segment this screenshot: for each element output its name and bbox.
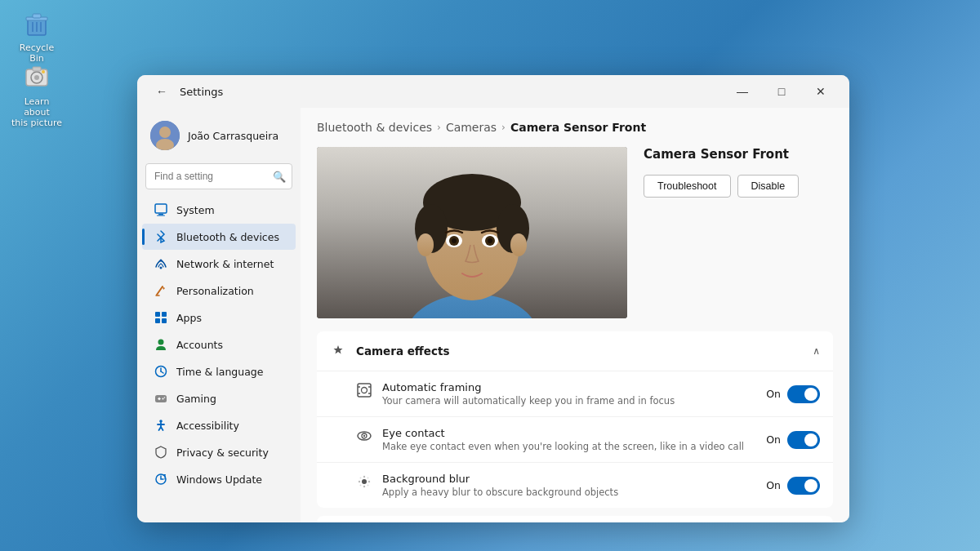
sidebar-item-accounts[interactable]: Accounts xyxy=(142,331,296,358)
eye-contact-name: Eye contact xyxy=(382,427,744,439)
breadcrumb-bluetooth[interactable]: Bluetooth & devices xyxy=(317,121,432,134)
svg-point-65 xyxy=(362,479,367,484)
camera-effects-section: Camera effects ∧ Automatic framing xyxy=(317,331,833,508)
sidebar-item-personalization[interactable]: Personalization xyxy=(142,278,296,304)
eye-contact-toggle[interactable] xyxy=(787,431,820,449)
auto-framing-toggle[interactable] xyxy=(787,385,820,403)
title-bar: ← Settings — □ ✕ xyxy=(137,75,849,108)
sidebar-item-privacy-label: Privacy & security xyxy=(176,447,269,459)
camera-info-panel: Camera Sensor Front Troubleshoot Disable xyxy=(644,147,833,318)
bg-blur-icon xyxy=(356,473,372,490)
eye-contact-toggle-right: On xyxy=(766,431,820,449)
svg-point-10 xyxy=(42,70,45,73)
sidebar: João Carrasqueira 🔍 System xyxy=(137,108,301,522)
sidebar-item-time[interactable]: Time & language xyxy=(142,358,296,384)
auto-framing-name: Automatic framing xyxy=(382,381,675,393)
svg-point-17 xyxy=(160,260,163,262)
search-box: 🔍 xyxy=(145,163,292,189)
learn-camera-icon[interactable]: Learn about this picture xyxy=(8,57,65,132)
minimize-button[interactable]: — xyxy=(724,78,761,104)
back-button[interactable]: ← xyxy=(150,80,173,103)
breadcrumb-cameras[interactable]: Cameras xyxy=(446,121,497,134)
sidebar-item-bluetooth[interactable]: Bluetooth & devices xyxy=(142,224,296,250)
sidebar-item-update-label: Windows Update xyxy=(176,473,262,486)
svg-rect-29 xyxy=(155,395,167,402)
svg-point-64 xyxy=(363,435,365,437)
camera-device-name: Camera Sensor Front xyxy=(644,147,833,162)
svg-rect-15 xyxy=(158,214,163,216)
auto-framing-icon xyxy=(356,382,372,398)
bg-blur-state: On xyxy=(766,479,781,491)
gaming-icon xyxy=(154,391,168,406)
svg-rect-16 xyxy=(157,216,165,216)
eye-contact-desc: Make eye contact even when you're lookin… xyxy=(382,441,744,452)
svg-rect-9 xyxy=(33,67,41,71)
sidebar-item-accounts-label: Accounts xyxy=(176,339,223,351)
window-body: João Carrasqueira 🔍 System xyxy=(137,108,849,522)
eye-contact-item: Eye contact Make eye contact even when y… xyxy=(317,416,833,462)
svg-point-73 xyxy=(368,485,369,487)
sidebar-item-system[interactable]: System xyxy=(142,197,296,223)
accessibility-icon xyxy=(154,418,168,433)
eye-contact-left: Eye contact Make eye contact even when y… xyxy=(356,427,744,452)
system-icon xyxy=(154,202,168,217)
window-title: Settings xyxy=(180,86,223,98)
sidebar-item-apps-label: Apps xyxy=(176,312,202,324)
sidebar-item-gaming[interactable]: Gaming xyxy=(142,385,296,411)
sidebar-item-system-label: System xyxy=(176,204,215,216)
auto-framing-text: Automatic framing Your camera will autom… xyxy=(382,381,675,407)
auto-framing-state: On xyxy=(766,388,781,400)
sidebar-item-network[interactable]: Network & internet xyxy=(142,251,296,277)
privacy-icon xyxy=(154,445,168,460)
window-controls: — □ ✕ xyxy=(724,78,840,104)
sidebar-item-accessibility[interactable]: Accessibility xyxy=(142,412,296,438)
close-button[interactable]: ✕ xyxy=(802,78,840,104)
troubleshoot-button[interactable]: Troubleshoot xyxy=(644,175,731,198)
svg-point-18 xyxy=(160,267,163,269)
camera-area: Camera Sensor Front Troubleshoot Disable xyxy=(317,147,833,318)
bg-blur-item: Background blur Apply a heavy blur to ob… xyxy=(317,462,833,508)
svg-line-38 xyxy=(161,427,163,430)
sidebar-item-personalization-label: Personalization xyxy=(176,285,254,297)
apps-icon xyxy=(154,310,168,325)
user-name: João Carrasqueira xyxy=(188,130,278,142)
sidebar-item-accessibility-label: Accessibility xyxy=(176,420,239,432)
bluetooth-icon xyxy=(154,229,168,244)
accounts-icon xyxy=(154,337,168,352)
search-icon: 🔍 xyxy=(273,171,286,183)
user-profile-section: João Carrasqueira xyxy=(137,114,301,163)
bg-blur-toggle-right: On xyxy=(766,477,820,495)
avatar xyxy=(150,121,180,150)
sidebar-item-apps[interactable]: Apps xyxy=(142,304,296,331)
svg-rect-23 xyxy=(155,318,160,323)
bg-blur-name: Background blur xyxy=(382,473,618,485)
basic-settings-header[interactable]: Basic settings ∧ xyxy=(317,516,833,522)
search-input[interactable] xyxy=(145,163,292,189)
bg-blur-text: Background blur Apply a heavy blur to ob… xyxy=(382,473,618,498)
sidebar-item-privacy[interactable]: Privacy & security xyxy=(142,439,296,465)
svg-point-12 xyxy=(159,127,171,138)
svg-rect-21 xyxy=(155,312,160,317)
svg-point-67 xyxy=(363,486,365,487)
toggle-knob xyxy=(804,433,817,447)
svg-point-71 xyxy=(368,478,369,479)
maximize-button[interactable]: □ xyxy=(763,78,800,104)
sidebar-item-time-label: Time & language xyxy=(176,366,263,378)
main-content: Bluetooth & devices › Cameras › Camera S… xyxy=(301,108,849,522)
breadcrumb-current: Camera Sensor Front xyxy=(510,121,646,134)
disable-button[interactable]: Disable xyxy=(737,175,800,198)
camera-effects-header[interactable]: Camera effects ∧ xyxy=(317,331,833,371)
camera-preview xyxy=(317,147,627,318)
camera-effects-title: Camera effects xyxy=(356,344,449,358)
sidebar-item-update[interactable]: Windows Update xyxy=(142,466,296,492)
svg-point-55 xyxy=(510,233,527,256)
breadcrumb-sep-2: › xyxy=(501,122,506,133)
svg-point-68 xyxy=(359,481,360,482)
eye-contact-text: Eye contact Make eye contact even when y… xyxy=(382,427,744,452)
sidebar-item-network-label: Network & internet xyxy=(176,258,274,270)
svg-point-54 xyxy=(417,233,434,256)
bg-blur-toggle[interactable] xyxy=(787,477,820,495)
svg-point-53 xyxy=(488,238,492,243)
svg-point-66 xyxy=(363,476,365,478)
svg-point-25 xyxy=(158,340,164,345)
